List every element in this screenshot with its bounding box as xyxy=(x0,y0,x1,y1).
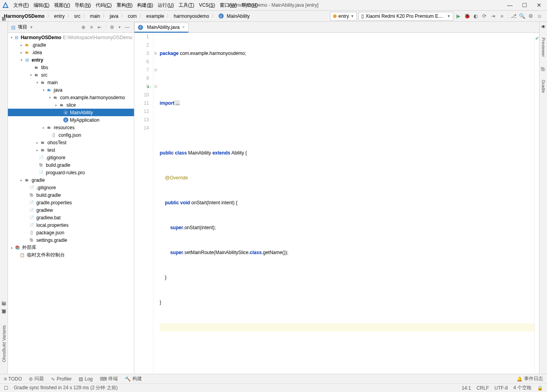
breadcrumb-item[interactable]: main xyxy=(90,13,100,19)
run-config-selector[interactable]: ⬢ entry▼ xyxy=(330,12,357,21)
tree-item[interactable]: ▾🖿main xyxy=(8,79,134,86)
tree-item[interactable]: 📄local.properties xyxy=(8,221,134,229)
toolwin-variants-button[interactable]: OhosBuild Variants xyxy=(2,325,6,362)
tree-item[interactable]: 📄proguard-rules.pro xyxy=(8,169,134,176)
search-button-icon[interactable]: 🔍 xyxy=(519,13,526,19)
tree-item[interactable]: ▾🖿com.example.harmonyosdemo xyxy=(8,94,134,101)
menu-run[interactable]: 运行(U) xyxy=(155,2,176,9)
editor-tab[interactable]: c MainAbility.java × xyxy=(134,23,189,33)
collapse-all-icon[interactable]: ⇤ xyxy=(96,24,103,30)
tree-item[interactable]: {}config.json xyxy=(8,131,134,139)
code-editor[interactable]: 1 2 3 6 7 8 ●↑9 10 11 12 13 14 ⊞⊟⊟ packa… xyxy=(134,33,539,374)
expand-all-icon[interactable]: ≡ xyxy=(89,24,94,30)
tree-item[interactable]: 🐘build.gradle xyxy=(8,191,134,199)
tree-item[interactable]: 🐘settings.gradle xyxy=(8,236,134,244)
breadcrumb-item[interactable]: harmonyosdemo xyxy=(174,13,209,19)
tree-item[interactable]: ▾🖿java xyxy=(8,86,134,94)
tree-item[interactable]: ▸🖿test xyxy=(8,146,134,154)
tree-root[interactable]: ▾▤ HarmonyOSDemoE:\Workspace\HarmonyOSDe… xyxy=(8,34,134,41)
vcs-button-icon[interactable]: ⎇ xyxy=(510,13,517,19)
tree-item-selected[interactable]: cMainAbility xyxy=(8,109,134,116)
menu-nav[interactable]: 导航(N) xyxy=(72,2,93,9)
window-minimize-icon[interactable]: — xyxy=(507,2,513,8)
dropdown-arrow-icon[interactable]: ▼ xyxy=(30,25,33,29)
stop-button-icon[interactable]: ■ xyxy=(498,13,506,19)
tree-item[interactable]: ▸🖿ohosTest xyxy=(8,139,134,146)
toolwin-terminal-button[interactable]: ⌨ 终端 xyxy=(100,375,118,382)
tree-item[interactable]: 📄gradlew xyxy=(8,206,134,214)
breadcrumb-item[interactable]: com xyxy=(128,13,137,19)
coverage-button-icon[interactable]: ◐ xyxy=(472,13,479,19)
menu-tools[interactable]: 工具(T) xyxy=(176,2,196,9)
folder-icon: 🖿 xyxy=(40,79,46,86)
tree-item[interactable]: ▸🖿.idea xyxy=(8,49,134,56)
select-file-icon[interactable]: ⊕ xyxy=(80,24,87,30)
tree-item[interactable]: {}package.json xyxy=(8,229,134,236)
debug-button-icon[interactable]: 🐞 xyxy=(464,13,471,19)
toolwin-profiler-button[interactable]: ∿ Profiler xyxy=(51,376,72,382)
status-line-ending[interactable]: CRLF xyxy=(477,385,489,391)
account-button-icon[interactable]: ☺ xyxy=(536,13,543,19)
toolwin-gradle-button[interactable]: Gradle xyxy=(541,80,546,93)
toolwin-eventlog-button[interactable]: 🔔 事件日志 xyxy=(517,375,543,382)
window-maximize-icon[interactable]: ☐ xyxy=(522,2,527,8)
menu-file[interactable]: 文件(F) xyxy=(11,2,31,9)
breadcrumb-item[interactable]: HarmonyOSDemo xyxy=(4,13,45,19)
error-stripe[interactable]: ✔ xyxy=(534,33,539,374)
window-close-icon[interactable]: ✕ xyxy=(537,2,541,8)
hide-icon[interactable]: — xyxy=(124,24,131,30)
tree-item[interactable]: ▸🖿.gradle xyxy=(8,41,134,49)
dropdown-arrow-icon: ▼ xyxy=(351,14,354,18)
run-button-icon[interactable]: ▶ xyxy=(455,13,462,19)
menu-refactor[interactable]: 重构(R) xyxy=(114,2,135,9)
device-selector[interactable]: ▯ Xiaomi Redmi K20 Pro Premium Edition▼ xyxy=(358,12,453,21)
breadcrumb-item[interactable]: MainAbility xyxy=(227,13,250,19)
tree-item[interactable]: ▸🖿slice xyxy=(8,101,134,109)
toolwin-log-button[interactable]: ▤ Log xyxy=(79,376,92,382)
toolwin-problems-button[interactable]: ⊘ 问题 xyxy=(29,375,44,382)
breadcrumb-item[interactable]: entry xyxy=(54,13,65,19)
menu-view[interactable]: 视图(V) xyxy=(52,2,72,9)
breadcrumb-item[interactable]: example xyxy=(146,13,164,19)
tree-item[interactable]: 📄.gitignore xyxy=(8,184,134,191)
toolwin-todo-button[interactable]: ≡ TODO xyxy=(4,376,22,382)
tree-item[interactable]: 📋临时文件和控制台 xyxy=(8,251,134,259)
settings-gear-icon[interactable]: ⚙ xyxy=(109,24,115,30)
tree-item[interactable]: ▾🖿src xyxy=(8,71,134,79)
fold-gutter[interactable]: ⊞⊟⊟ xyxy=(153,33,158,374)
settings-button-icon[interactable]: ⚙ xyxy=(527,13,534,19)
menu-build[interactable]: 构建(B) xyxy=(135,2,155,9)
tree-item[interactable]: ▸🖿gradle xyxy=(8,176,134,184)
menu-edit[interactable]: 编辑(E) xyxy=(31,2,52,9)
tree-item[interactable]: 📄gradle.properties xyxy=(8,199,134,206)
tree-item[interactable]: ▸📚外部库 xyxy=(8,244,134,251)
gradle-icon[interactable]: 🐘 xyxy=(540,66,546,72)
status-icon[interactable]: ☐ xyxy=(4,385,8,391)
override-gutter-icon[interactable]: ●↑ xyxy=(147,83,151,91)
close-tab-icon[interactable]: × xyxy=(182,24,185,30)
project-tree[interactable]: ▾▤ HarmonyOSDemoE:\Workspace\HarmonyOSDe… xyxy=(8,33,134,374)
status-caret-position[interactable]: 14:1 xyxy=(462,385,471,391)
toolwin-previewer-button[interactable]: Previewer xyxy=(541,38,546,57)
menu-code[interactable]: 代码(C) xyxy=(93,2,114,9)
tree-item[interactable]: 📄gradlew.bat xyxy=(8,214,134,221)
tree-item[interactable]: 📄.gitignore xyxy=(8,154,134,161)
project-view-title[interactable]: 项目 xyxy=(18,24,27,30)
tree-item[interactable]: 🖿libs xyxy=(8,64,134,71)
menu-vcs[interactable]: VCS(S) xyxy=(196,2,217,8)
tree-item[interactable]: cMyApplication xyxy=(8,116,134,124)
attach-button-icon[interactable]: ⇥ xyxy=(490,13,497,19)
project-view-icon: ▤ xyxy=(11,24,15,30)
tree-item[interactable]: 🐘build.gradle xyxy=(8,161,134,169)
tree-item[interactable]: ▾▤entry xyxy=(8,56,134,64)
toolwin-build-button[interactable]: 🔨 构建 xyxy=(125,375,142,382)
status-lock-icon[interactable]: 🔒 xyxy=(537,385,543,391)
previewer-icon[interactable]: 👁 xyxy=(541,24,546,30)
status-indent[interactable]: 4 个空格 xyxy=(513,384,532,391)
tree-item[interactable]: ▸🖿resources xyxy=(8,124,134,131)
status-encoding[interactable]: UTF-8 xyxy=(494,385,508,391)
folder-icon: 🖿 xyxy=(24,49,30,56)
profile-button-icon[interactable]: ⟳ xyxy=(481,13,488,19)
breadcrumb-item[interactable]: src xyxy=(74,13,80,19)
breadcrumb-item[interactable]: java xyxy=(109,13,118,19)
